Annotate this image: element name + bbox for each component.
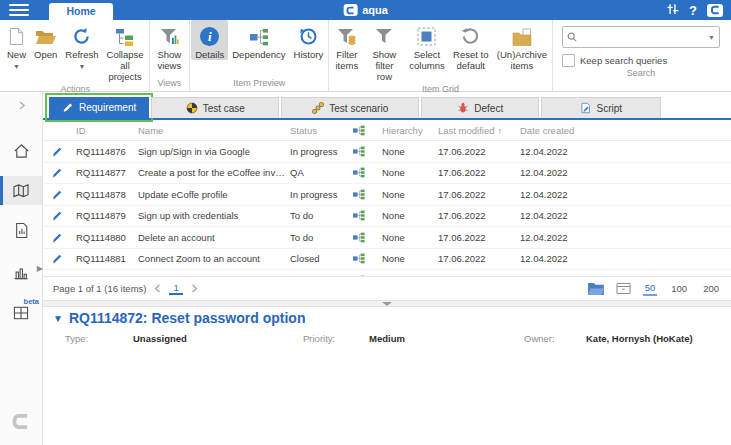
collapse-all-projects-button[interactable]: Collapse all projects bbox=[103, 20, 148, 83]
tab-requirement[interactable]: Requirement bbox=[49, 97, 149, 118]
row-last-modified: 17.06.2022 bbox=[433, 232, 515, 243]
row-id: RQ1114880 bbox=[71, 232, 133, 243]
sidebar-expand-icon[interactable] bbox=[17, 96, 26, 114]
current-page-button[interactable]: 1 bbox=[169, 282, 182, 295]
panel-splitter[interactable] bbox=[43, 300, 731, 307]
previous-page-icon[interactable] bbox=[152, 283, 163, 295]
page-size-100[interactable]: 100 bbox=[669, 282, 689, 295]
ribbon-toolbar: New ▼ Open Refresh ▼ bbox=[0, 20, 731, 92]
row-name: Connect Zoom to an account bbox=[133, 253, 285, 264]
tree-panel-expander-icon[interactable]: ▶ bbox=[37, 264, 43, 273]
tab-test-scenario[interactable]: Test scenario bbox=[281, 97, 419, 118]
aqua-badge-icon[interactable] bbox=[707, 4, 723, 17]
table-row[interactable]: RQ1114881 Connect Zoom to an account Clo… bbox=[43, 249, 731, 271]
history-button[interactable]: History bbox=[290, 20, 328, 60]
views-funnel-icon bbox=[160, 24, 179, 49]
hamburger-menu-icon[interactable] bbox=[9, 2, 35, 18]
search-dropdown-caret-icon[interactable]: ▼ bbox=[708, 34, 715, 41]
field-label-type: Type: bbox=[65, 333, 133, 344]
unarchive-items-label: (Un)Archive items bbox=[497, 49, 547, 71]
row-last-modified: 17.06.2022 bbox=[433, 146, 515, 157]
dropdown-caret-icon: ▼ bbox=[13, 63, 20, 70]
aqua-watermark-icon bbox=[10, 412, 32, 435]
sidebar-item-home[interactable] bbox=[0, 136, 42, 166]
details-label: Details bbox=[195, 49, 224, 60]
beta-badge: beta bbox=[24, 297, 39, 306]
row-name: Delete an account bbox=[133, 232, 285, 243]
requirement-pen-icon bbox=[43, 189, 71, 200]
column-header-date-created[interactable]: Date created bbox=[515, 125, 731, 136]
column-header-name[interactable]: Name bbox=[133, 125, 285, 136]
hierarchy-links-icon bbox=[341, 167, 377, 178]
requirement-pen-icon bbox=[43, 253, 71, 264]
page-size-200[interactable]: 200 bbox=[701, 282, 721, 295]
details-button[interactable]: i Details bbox=[191, 20, 228, 60]
table-row[interactable]: RQ1114878 Update eCoffe profile In progr… bbox=[43, 184, 731, 206]
ribbon-tab-home[interactable]: Home bbox=[49, 3, 113, 20]
collapse-details-icon[interactable]: ▼ bbox=[53, 313, 63, 324]
grid-header-row: ID Name Status Hierarchy Last modified↑ … bbox=[43, 120, 731, 141]
ribbon-group-item-grid: Filter items Show filter row Select colu… bbox=[329, 20, 553, 91]
column-header-status[interactable]: Status bbox=[285, 125, 341, 136]
column-header-id[interactable]: ID bbox=[71, 125, 133, 136]
column-header-hierarchy[interactable]: Hierarchy bbox=[377, 125, 433, 136]
home-icon bbox=[13, 143, 30, 159]
filter-row-funnel-icon bbox=[375, 24, 393, 49]
sidebar-item-boards-beta[interactable]: beta bbox=[0, 299, 42, 327]
page-size-50[interactable]: 50 bbox=[643, 281, 658, 296]
row-hierarchy: None bbox=[377, 146, 433, 157]
archive-box-icon[interactable] bbox=[616, 282, 631, 295]
row-date-created: 12.04.2022 bbox=[515, 232, 731, 243]
open-button[interactable]: Open bbox=[30, 20, 61, 60]
field-value-type: Unassigned bbox=[133, 333, 303, 344]
column-header-last-modified[interactable]: Last modified↑ bbox=[433, 125, 515, 136]
refresh-button[interactable]: Refresh ▼ bbox=[61, 20, 102, 71]
row-name: Sign up with credentials bbox=[133, 210, 285, 221]
sidebar-item-documents[interactable] bbox=[0, 215, 42, 246]
table-row[interactable]: RQ1114876 Sign up/Sign in via Google In … bbox=[43, 141, 731, 163]
dependency-label: Dependency bbox=[232, 49, 285, 60]
new-label: New bbox=[7, 49, 26, 60]
table-row[interactable]: RQ1114880 Delete an account To do None 1… bbox=[43, 227, 731, 249]
row-id: RQ1114881 bbox=[71, 253, 133, 264]
reset-to-default-button[interactable]: Reset to default bbox=[449, 20, 493, 71]
table-row[interactable]: RQ1114877 Create a post for the eCoffee … bbox=[43, 163, 731, 185]
open-label: Open bbox=[34, 49, 57, 60]
tune-settings-icon[interactable] bbox=[666, 1, 679, 19]
row-id: RQ1114879 bbox=[71, 210, 133, 221]
bar-chart-icon bbox=[13, 265, 29, 280]
row-name: Sign up/Sign in via Google bbox=[133, 146, 285, 157]
unarchive-items-button[interactable]: (Un)Archive items bbox=[493, 20, 551, 71]
requirement-pen-icon bbox=[43, 146, 71, 157]
test-scenario-icon bbox=[312, 102, 324, 114]
dependency-button[interactable]: Dependency bbox=[228, 20, 289, 60]
column-header-links-icon[interactable] bbox=[341, 125, 377, 136]
select-columns-button[interactable]: Select columns bbox=[405, 20, 448, 71]
tab-test-case[interactable]: Test case bbox=[151, 97, 279, 118]
help-icon[interactable]: ? bbox=[689, 4, 697, 17]
field-value-priority: Medium bbox=[369, 333, 524, 344]
row-status: To do bbox=[285, 210, 341, 221]
search-box[interactable]: ▼ bbox=[562, 26, 720, 48]
hierarchy-links-icon bbox=[341, 189, 377, 200]
sidebar-item-reports[interactable] bbox=[0, 258, 42, 287]
row-date-created: 12.04.2022 bbox=[515, 146, 731, 157]
refresh-icon bbox=[72, 24, 91, 49]
aqua-logo-icon bbox=[343, 4, 357, 16]
next-page-icon[interactable] bbox=[189, 283, 200, 295]
hierarchy-links-icon bbox=[341, 146, 377, 157]
tab-defect[interactable]: Defect bbox=[421, 97, 539, 118]
document-report-icon bbox=[14, 222, 29, 239]
sidebar-item-projects[interactable] bbox=[0, 176, 42, 205]
show-filter-row-button[interactable]: Show filter row bbox=[363, 20, 405, 83]
search-input[interactable] bbox=[580, 31, 705, 44]
show-views-button[interactable]: Show views bbox=[151, 20, 189, 71]
tab-script[interactable]: Script bbox=[541, 97, 661, 118]
table-row[interactable]: RQ1114879 Sign up with credentials To do… bbox=[43, 206, 731, 228]
requirement-pen-icon bbox=[43, 232, 71, 243]
keep-search-queries-checkbox[interactable] bbox=[562, 54, 575, 67]
open-in-folder-icon[interactable] bbox=[587, 282, 604, 295]
filter-items-button[interactable]: Filter items bbox=[330, 20, 363, 71]
row-name: Update eCoffe profile bbox=[133, 189, 285, 200]
new-button[interactable]: New ▼ bbox=[3, 20, 30, 71]
